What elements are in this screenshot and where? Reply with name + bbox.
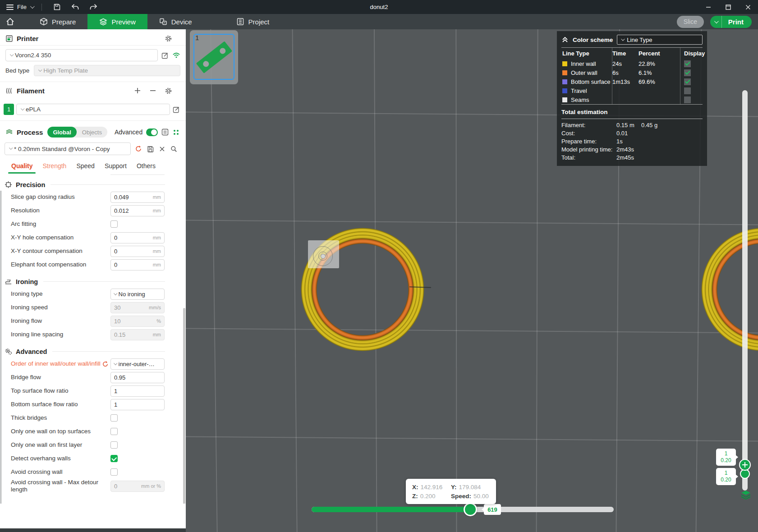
menu-hamburger-icon[interactable] — [6, 5, 14, 10]
setting-dropdown[interactable]: No ironing — [110, 289, 165, 300]
layer-slider-badge-top[interactable]: 1 0.20 — [716, 449, 736, 466]
edit-filament-icon[interactable] — [172, 105, 180, 114]
file-menu-chevron-icon[interactable] — [30, 4, 35, 9]
setting-label: Top surface flow ratio — [11, 387, 69, 394]
setting-input[interactable]: 0mm — [110, 259, 165, 271]
setting-input[interactable]: 0mm — [110, 246, 165, 257]
application-window: 1 Color scheme Line Type Line TypeTimePe… — [0, 0, 758, 532]
display-checkbox[interactable] — [684, 78, 691, 85]
prepare-cube-icon — [40, 18, 48, 26]
save-preset-icon[interactable] — [146, 145, 154, 153]
setting-row-ironing-type: Ironing typeNo ironing — [0, 287, 186, 301]
print-options-chevron-icon[interactable] — [710, 16, 722, 28]
printer-preset-select[interactable]: Voron2.4 350 — [5, 49, 158, 61]
settings-scroll-area[interactable]: PrecisionSlice gap closing radius0.049mm… — [0, 174, 186, 504]
move-slider-track[interactable]: 619 — [312, 507, 614, 512]
edit-printer-icon[interactable] — [161, 51, 169, 60]
filament-preset-select[interactable]: ePLA — [16, 104, 170, 115]
setting-row-resolution: Resolution0.012mm — [0, 204, 186, 217]
preview-3d-viewport[interactable]: 1 Color scheme Line Type Line TypeTimePe… — [186, 29, 758, 532]
device-icon — [159, 18, 167, 26]
tab-strength[interactable]: Strength — [37, 162, 71, 174]
setting-input[interactable]: 0mm — [110, 232, 165, 243]
window-titlebar: File donut2 — [0, 0, 758, 14]
setting-label: Detect overhang walls — [11, 455, 71, 462]
reset-value-icon[interactable] — [102, 361, 109, 367]
add-color-change-button[interactable] — [739, 459, 751, 471]
tab-prepare[interactable]: Prepare — [28, 14, 87, 29]
y-value: 179.084 — [459, 484, 481, 491]
layers-view-icon[interactable] — [740, 489, 751, 500]
objects-grid-icon[interactable] — [172, 128, 179, 136]
scope-global-pill[interactable]: Global — [47, 127, 76, 138]
setting-input[interactable]: 0.012mm — [110, 205, 165, 216]
layer-number: 1 — [725, 450, 728, 457]
reset-preset-icon[interactable] — [134, 145, 142, 153]
display-checkbox[interactable] — [684, 96, 691, 103]
remove-filament-icon[interactable] — [149, 87, 157, 95]
color-scheme-type-select[interactable]: Line Type — [617, 35, 703, 45]
setting-input[interactable]: 0.049mm — [110, 192, 165, 203]
move-slider-value-badge: 619 — [484, 504, 501, 515]
settings-scrollbar[interactable] — [183, 308, 185, 504]
plate-thumbnail[interactable]: 1 — [190, 30, 238, 84]
delete-preset-icon[interactable] — [158, 145, 166, 153]
preview-layers-icon — [99, 18, 107, 26]
divider — [41, 4, 42, 11]
display-checkbox[interactable] — [684, 60, 691, 67]
setting-checkbox[interactable] — [110, 441, 118, 449]
minimize-button[interactable] — [698, 0, 718, 14]
parameter-table-icon[interactable] — [161, 128, 169, 136]
layer-slider-track[interactable] — [742, 90, 748, 491]
home-button[interactable] — [0, 14, 20, 29]
move-slider-handle[interactable] — [464, 503, 477, 516]
layer-slider-badge-bottom[interactable]: 1 0.20 — [716, 468, 736, 485]
filament-settings-gear-icon[interactable] — [164, 87, 172, 95]
tab-support[interactable]: Support — [100, 162, 132, 174]
save-icon[interactable] — [53, 3, 62, 12]
close-button[interactable] — [738, 0, 758, 14]
maximize-button[interactable] — [718, 0, 738, 14]
tab-quality[interactable]: Quality — [6, 162, 37, 174]
print-button[interactable]: Print — [710, 16, 752, 28]
display-checkbox[interactable] — [684, 87, 691, 94]
tab-project[interactable]: Project — [225, 14, 281, 29]
setting-input[interactable]: 0.95 — [110, 372, 165, 383]
display-checkbox[interactable] — [684, 69, 691, 76]
wifi-connection-icon[interactable] — [172, 51, 180, 60]
layer-height: 0.20 — [721, 477, 731, 483]
line-type-row-outer-wall: Outer wall6s6.1% — [561, 68, 703, 77]
undo-icon[interactable] — [71, 3, 80, 12]
scope-objects-pill[interactable]: Objects — [77, 127, 107, 138]
redo-icon[interactable] — [89, 3, 98, 12]
printer-settings-gear-icon[interactable] — [164, 34, 172, 42]
bed-type-select[interactable]: High Temp Plate — [34, 65, 180, 76]
tab-speed[interactable]: Speed — [71, 162, 99, 174]
print-button-label: Print — [722, 18, 752, 26]
tab-device[interactable]: Device — [147, 14, 204, 29]
printer-section-header: Printer — [0, 32, 186, 45]
setting-dropdown[interactable]: inner-outer-… — [110, 358, 165, 370]
setting-label: Avoid crossing wall — [11, 468, 63, 476]
slice-button[interactable]: Slice — [677, 16, 704, 28]
setting-row-x-y-hole-compensation: X-Y hole compensation0mm — [0, 231, 186, 244]
setting-checkbox[interactable] — [110, 455, 118, 462]
setting-checkbox[interactable] — [110, 414, 118, 422]
setting-checkbox[interactable] — [110, 428, 118, 435]
model-hole — [218, 46, 226, 55]
line-type-color-swatch — [562, 61, 567, 66]
setting-input[interactable]: 1 — [110, 385, 165, 397]
collapse-panel-icon[interactable] — [561, 36, 569, 43]
setting-checkbox[interactable] — [110, 220, 118, 228]
setting-input[interactable]: 1 — [110, 399, 165, 410]
tab-preview[interactable]: Preview — [87, 14, 147, 29]
setting-checkbox[interactable] — [110, 468, 118, 476]
process-preset-select[interactable]: * 0.20mm Standard @Voron - Copy — [5, 142, 131, 155]
advanced-mode-toggle[interactable] — [146, 128, 158, 136]
file-menu[interactable]: File — [17, 4, 27, 10]
y-label: Y: — [451, 484, 457, 491]
filament-slot-badge[interactable]: 1 — [4, 104, 14, 115]
tab-others[interactable]: Others — [132, 162, 161, 174]
search-preset-icon[interactable] — [170, 145, 178, 153]
add-filament-icon[interactable] — [133, 87, 142, 95]
